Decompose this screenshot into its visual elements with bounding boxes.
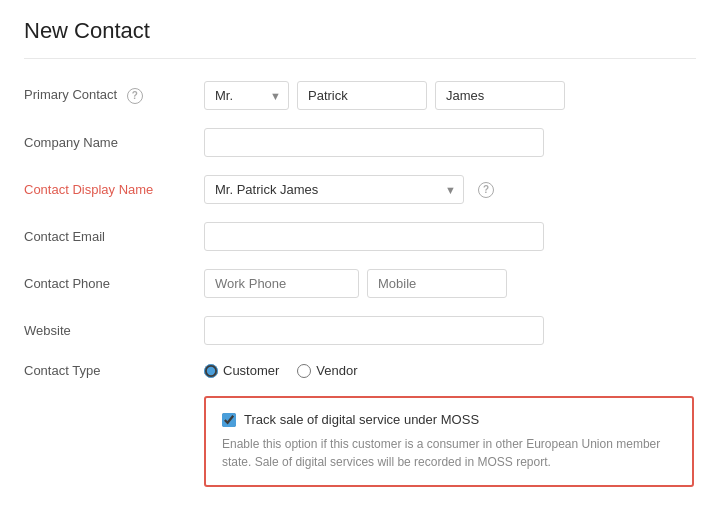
vendor-radio[interactable] (297, 364, 311, 378)
company-name-input[interactable] (204, 128, 544, 157)
moss-description: Enable this option if this customer is a… (222, 435, 676, 471)
contact-phone-label: Contact Phone (24, 276, 204, 291)
company-name-controls (204, 128, 696, 157)
website-label: Website (24, 323, 204, 338)
moss-checkbox[interactable] (222, 413, 236, 427)
moss-label: Track sale of digital service under MOSS (244, 412, 479, 427)
vendor-radio-option[interactable]: Vendor (297, 363, 357, 378)
company-name-row: Company Name (24, 128, 696, 157)
contact-type-label: Contact Type (24, 363, 204, 378)
website-input[interactable] (204, 316, 544, 345)
contact-display-name-controls: Mr. Patrick James ▼ ? (204, 175, 696, 204)
contact-email-row: Contact Email (24, 222, 696, 251)
contact-email-controls (204, 222, 696, 251)
contact-email-input[interactable] (204, 222, 544, 251)
salutation-select-wrapper: Mr. Mrs. Ms. Dr. Prof. ▼ (204, 81, 289, 110)
contact-type-controls: Customer Vendor (204, 363, 696, 378)
contact-email-label: Contact Email (24, 229, 204, 244)
contact-phone-row: Contact Phone (24, 269, 696, 298)
website-row: Website (24, 316, 696, 345)
company-name-label: Company Name (24, 135, 204, 150)
contact-display-name-label: Contact Display Name (24, 182, 204, 197)
primary-contact-label: Primary Contact ? (24, 87, 204, 104)
contact-type-radio-group: Customer Vendor (204, 363, 358, 378)
customer-radio-option[interactable]: Customer (204, 363, 279, 378)
moss-box: Track sale of digital service under MOSS… (204, 396, 694, 487)
work-phone-input[interactable] (204, 269, 359, 298)
last-name-input[interactable] (435, 81, 565, 110)
moss-checkbox-row: Track sale of digital service under MOSS (222, 412, 676, 427)
primary-contact-help-icon[interactable]: ? (127, 88, 143, 104)
website-controls (204, 316, 696, 345)
vendor-label: Vendor (316, 363, 357, 378)
customer-radio[interactable] (204, 364, 218, 378)
first-name-input[interactable] (297, 81, 427, 110)
mobile-input[interactable] (367, 269, 507, 298)
display-name-help-icon[interactable]: ? (478, 182, 494, 198)
page-container: New Contact Primary Contact ? Mr. Mrs. M… (0, 0, 720, 505)
primary-contact-row: Primary Contact ? Mr. Mrs. Ms. Dr. Prof.… (24, 81, 696, 110)
display-name-select-wrapper: Mr. Patrick James ▼ (204, 175, 464, 204)
customer-label: Customer (223, 363, 279, 378)
salutation-select[interactable]: Mr. Mrs. Ms. Dr. Prof. (204, 81, 289, 110)
primary-contact-controls: Mr. Mrs. Ms. Dr. Prof. ▼ (204, 81, 696, 110)
contact-type-row: Contact Type Customer Vendor (24, 363, 696, 378)
page-title: New Contact (24, 18, 696, 59)
contact-phone-controls (204, 269, 696, 298)
contact-display-name-row: Contact Display Name Mr. Patrick James ▼… (24, 175, 696, 204)
display-name-select[interactable]: Mr. Patrick James (204, 175, 464, 204)
